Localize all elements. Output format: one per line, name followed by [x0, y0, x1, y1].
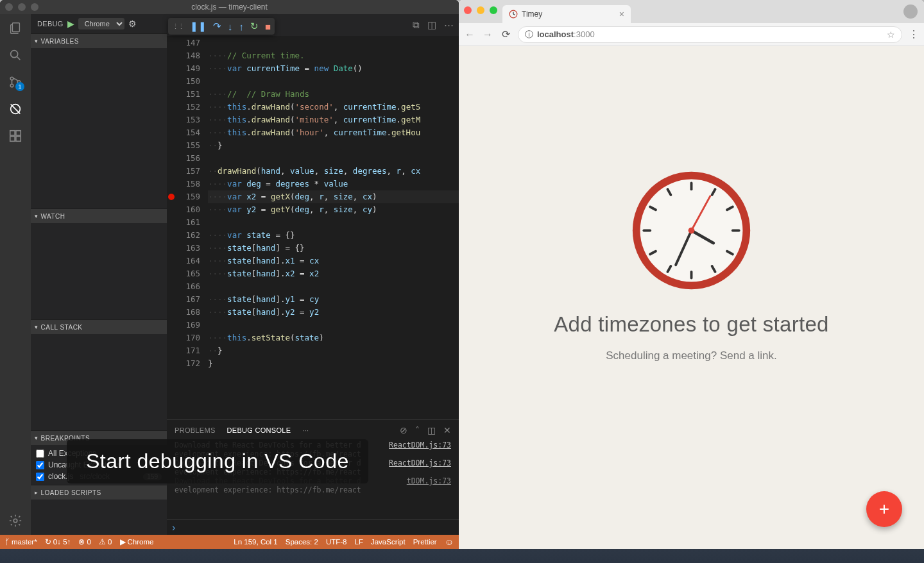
step-over-icon[interactable]: ↷	[213, 21, 221, 32]
variables-body	[31, 48, 167, 208]
chrome-traffic-lights[interactable]	[464, 6, 497, 14]
panel-more[interactable]: ···	[302, 426, 309, 434]
breakpoint-gutter[interactable]	[167, 37, 176, 419]
svg-rect-0	[12, 23, 19, 32]
hero-title: Add timezones to get started	[554, 312, 828, 337]
code-editor[interactable]: 1471481491501511521531541551561571581591…	[167, 37, 459, 419]
split-editor-icon[interactable]: ◫	[427, 19, 436, 31]
drag-handle-icon[interactable]: ⋮⋮	[172, 22, 184, 31]
svg-point-32	[689, 228, 695, 234]
maximize-icon[interactable]	[490, 6, 497, 14]
debug-header: DEBUG ▶ Chrome ⚙	[31, 14, 167, 33]
errors-count[interactable]: ⊗ 0	[78, 537, 91, 546]
source-control-icon[interactable]: 1	[8, 74, 23, 90]
callstack-body	[31, 334, 167, 430]
tab-title: Timey	[522, 10, 542, 19]
warnings-count[interactable]: ⚠ 0	[99, 537, 112, 546]
close-panel-icon[interactable]: ✕	[443, 425, 451, 435]
step-out-icon[interactable]: ↑	[239, 21, 244, 32]
maximize-icon[interactable]	[31, 3, 38, 11]
panel-actions: ⊘ ˄ ◫ ✕	[400, 425, 451, 435]
callstack-header[interactable]: ▾CALL STACK	[31, 320, 167, 334]
language-mode[interactable]: JavaScript	[371, 538, 406, 546]
svg-point-4	[10, 84, 13, 87]
hero-subtitle: Scheduling a meeting? Send a link.	[606, 349, 777, 362]
variables-header[interactable]: ▾VARIABLES	[31, 34, 167, 48]
loaded-scripts-section: ▸LOADED SCRIPTS	[31, 485, 167, 500]
url-host: localhost:3000	[537, 29, 595, 39]
explorer-icon[interactable]	[8, 21, 23, 36]
bookmark-star-icon[interactable]: ☆	[887, 29, 895, 40]
line-number-gutter: 1471481491501511521531541551561571581591…	[176, 37, 208, 419]
watch-body	[31, 223, 167, 319]
split-panel-icon[interactable]: ◫	[427, 425, 436, 435]
tab-close-icon[interactable]: ×	[619, 9, 624, 19]
pause-icon[interactable]: ❚❚	[190, 21, 207, 32]
window-title: clock.js — timey-client	[191, 3, 268, 12]
profile-avatar-icon[interactable]	[903, 4, 918, 19]
add-fab-button[interactable]: +	[866, 491, 902, 527]
watch-section: ▾WATCH	[31, 208, 167, 319]
info-icon[interactable]: ⓘ	[525, 29, 533, 40]
indentation[interactable]: Spaces: 2	[286, 538, 318, 546]
more-icon[interactable]: ⋯	[444, 19, 454, 31]
svg-rect-9	[10, 137, 15, 141]
forward-icon[interactable]: →	[482, 29, 493, 40]
svg-rect-8	[16, 131, 21, 135]
git-sync[interactable]: ↻ 0↓ 5↑	[45, 537, 71, 546]
extensions-icon[interactable]	[8, 128, 23, 144]
encoding[interactable]: UTF-8	[326, 538, 347, 546]
collapse-icon[interactable]: ˄	[415, 425, 420, 435]
favicon-clock-icon	[509, 10, 518, 19]
start-debug-button[interactable]: ▶	[67, 19, 74, 29]
debug-config-select[interactable]: Chrome	[78, 18, 124, 29]
debug-target[interactable]: ▶ Chrome	[120, 537, 154, 546]
settings-gear-icon[interactable]	[8, 513, 23, 528]
loaded-scripts-header[interactable]: ▸LOADED SCRIPTS	[31, 485, 167, 500]
close-icon[interactable]	[5, 3, 13, 11]
eol[interactable]: LF	[355, 538, 363, 546]
chrome-window: Timey × ← → ⟳ ⓘ localhost:3000 ☆ ⋮	[459, 0, 924, 549]
back-icon[interactable]: ←	[464, 29, 475, 40]
debug-toolbar[interactable]: ⋮⋮ ❚❚ ↷ ↓ ↑ ↻ ■	[168, 18, 275, 35]
restart-icon[interactable]: ↻	[250, 21, 259, 32]
svg-line-14	[513, 14, 515, 15]
watch-header[interactable]: ▾WATCH	[31, 209, 167, 223]
clear-console-icon[interactable]: ⊘	[400, 425, 407, 435]
debug-console-tab[interactable]: DEBUG CONSOLE	[227, 426, 291, 434]
debug-settings-icon[interactable]: ⚙	[128, 19, 137, 29]
clock-illustration	[629, 168, 754, 293]
reload-icon[interactable]: ⟳	[500, 28, 511, 40]
feedback-icon[interactable]: ☺	[445, 537, 454, 547]
problems-tab[interactable]: PROBLEMS	[175, 426, 216, 434]
svg-point-3	[10, 77, 13, 80]
bp-all-checkbox[interactable]	[36, 450, 44, 458]
debug-icon[interactable]	[8, 101, 23, 117]
svg-rect-7	[10, 131, 15, 135]
svg-line-2	[17, 57, 21, 60]
browser-tab[interactable]: Timey ×	[502, 5, 631, 23]
close-icon[interactable]	[464, 6, 472, 14]
search-icon[interactable]	[8, 47, 23, 63]
bp-uncaught-checkbox[interactable]	[36, 461, 44, 469]
vscode-titlebar[interactable]: clock.js — timey-client	[0, 0, 459, 14]
minimize-icon[interactable]	[18, 3, 26, 11]
caption-overlay: Start debugging in VS Code	[67, 439, 368, 483]
console-input[interactable]: ›	[167, 519, 459, 535]
traffic-lights[interactable]	[5, 3, 38, 11]
cursor-position[interactable]: Ln 159, Col 1	[234, 538, 277, 546]
chrome-toolbar: ← → ⟳ ⓘ localhost:3000 ☆ ⋮	[459, 23, 924, 46]
code-content[interactable]: ····// Current time.····var currentTime …	[208, 37, 459, 419]
git-branch[interactable]: ᚶ master*	[5, 538, 37, 546]
chrome-menu-icon[interactable]: ⋮	[909, 28, 919, 40]
debug-label: DEBUG	[37, 20, 64, 28]
prettier-status[interactable]: Prettier	[413, 538, 437, 546]
address-bar[interactable]: ⓘ localhost:3000 ☆	[518, 26, 902, 43]
svg-point-11	[13, 519, 17, 523]
compare-icon[interactable]: ⧉	[413, 19, 420, 31]
stop-icon[interactable]: ■	[265, 21, 271, 32]
step-into-icon[interactable]: ↓	[228, 21, 233, 32]
minimize-icon[interactable]	[477, 6, 484, 14]
bp-file-checkbox[interactable]	[36, 473, 44, 481]
chrome-tabbar[interactable]: Timey ×	[459, 0, 924, 23]
